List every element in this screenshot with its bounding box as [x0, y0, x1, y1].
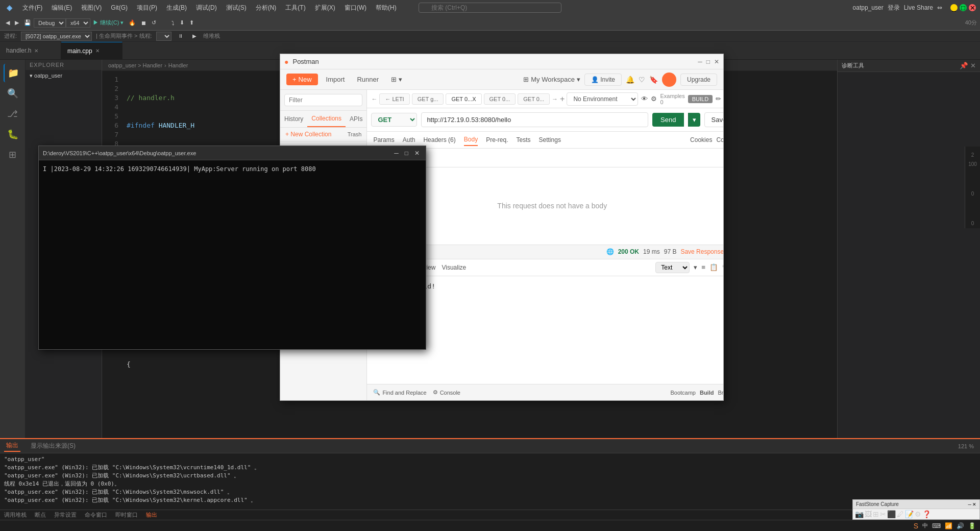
- add-tab-button[interactable]: +: [560, 94, 565, 104]
- resp-format-dropdown[interactable]: ▾: [694, 263, 697, 271]
- process-select[interactable]: [5072] oatpp_user.exe: [21, 32, 92, 41]
- exception-settings-label[interactable]: 异常设置: [54, 511, 77, 519]
- cookies-label[interactable]: Cookies: [690, 136, 712, 143]
- faststone-icon-6[interactable]: 🖊: [897, 510, 904, 518]
- debug-config-select[interactable]: Debug: [34, 18, 66, 28]
- user-avatar[interactable]: [662, 73, 676, 87]
- tab-handler-h[interactable]: handler.h ✕: [0, 42, 61, 60]
- postman-runner-button[interactable]: Runner: [353, 74, 383, 85]
- req-tab-leti[interactable]: ← LETI: [379, 93, 409, 105]
- bootcamp-label[interactable]: Bootcamp: [670, 390, 696, 396]
- postman-maximize-button[interactable]: □: [706, 58, 710, 65]
- console-minimize-button[interactable]: ─: [392, 150, 401, 157]
- postman-import-button[interactable]: Import: [322, 74, 349, 85]
- req-option-settings[interactable]: Settings: [539, 134, 561, 146]
- explorer-root[interactable]: ▾ oatpp_user: [26, 70, 102, 81]
- build-button[interactable]: BUILD: [688, 95, 713, 103]
- response-format-select[interactable]: Text JSON HTML: [655, 262, 690, 273]
- faststone-icon-2[interactable]: 🖼: [865, 510, 872, 518]
- menu-analyze[interactable]: 分析(N): [252, 3, 281, 13]
- req-option-prereq[interactable]: Pre-req.: [486, 134, 508, 146]
- continue-button[interactable]: ▶ 继续(C) ▾: [90, 18, 126, 28]
- req-option-body[interactable]: Body: [464, 134, 478, 146]
- arch-select[interactable]: x64: [66, 18, 90, 28]
- edit-icon-button[interactable]: ✏: [716, 95, 721, 103]
- menu-project[interactable]: 项目(P): [133, 3, 161, 13]
- send-button[interactable]: Send: [652, 113, 684, 127]
- diagnostics-pin-button[interactable]: 📌: [960, 62, 968, 69]
- restart-button[interactable]: ↺: [149, 18, 159, 27]
- lang-indicator[interactable]: 中: [922, 522, 928, 529]
- postman-close-button[interactable]: ✕: [714, 58, 719, 65]
- resp-search-button[interactable]: 🔍: [722, 263, 723, 271]
- live-share-label[interactable]: Live Share: [904, 4, 933, 11]
- postman-tab-history[interactable]: History: [280, 111, 307, 127]
- immediate-window-label[interactable]: 即时窗口: [115, 511, 138, 519]
- environment-select[interactable]: No Environment: [567, 92, 638, 106]
- command-window-label[interactable]: 命令窗口: [85, 511, 107, 519]
- req-option-auth[interactable]: Auth: [403, 134, 415, 146]
- console-maximize-button[interactable]: □: [403, 150, 410, 157]
- pause-thread-button[interactable]: ⏸: [176, 32, 186, 40]
- resp-copy-button[interactable]: 📋: [709, 263, 718, 271]
- invite-button[interactable]: 👤 Invite: [584, 74, 622, 86]
- bell-icon[interactable]: 🔔: [626, 76, 634, 84]
- search-input[interactable]: [419, 3, 561, 13]
- output-label[interactable]: 输出: [146, 511, 157, 519]
- faststone-icon-8[interactable]: ⚙: [915, 510, 921, 518]
- close-button[interactable]: ✕: [969, 4, 976, 11]
- console-close-button[interactable]: ✕: [412, 150, 422, 157]
- url-input[interactable]: [421, 112, 648, 127]
- faststone-icon-3[interactable]: ⊞: [873, 510, 879, 518]
- nav-back-button[interactable]: ◀: [3, 18, 12, 27]
- req-tab-get-0[interactable]: GET 0...: [484, 93, 516, 105]
- sidebar-item-files[interactable]: 📁: [4, 64, 22, 82]
- breakpoints-label[interactable]: 断点: [35, 511, 46, 519]
- faststone-icon-5[interactable]: ⬛: [887, 510, 896, 518]
- user-name[interactable]: oatpp_user: [853, 4, 884, 11]
- tab-output[interactable]: 输出: [4, 440, 20, 452]
- postman-minimize-button[interactable]: ─: [698, 58, 702, 65]
- postman-tab-apis[interactable]: APIs: [346, 111, 366, 127]
- req-option-params[interactable]: Params: [373, 134, 394, 146]
- heart-icon[interactable]: ♡: [639, 76, 645, 84]
- tab-main-cpp[interactable]: main.cpp ✕: [61, 42, 122, 60]
- req-tab-forward[interactable]: →: [552, 95, 558, 103]
- console-content[interactable]: I |2023-08-29 14:32:26 1693290746614939|…: [39, 160, 426, 349]
- menu-edit[interactable]: 编辑(E): [47, 3, 76, 13]
- sidebar-item-extensions[interactable]: ⊞: [4, 146, 22, 164]
- http-method-select[interactable]: GET POST PUT DELETE: [371, 113, 417, 127]
- sidebar-item-debug[interactable]: 🐛: [4, 125, 22, 143]
- close-tab-handler-h-icon[interactable]: ✕: [34, 48, 38, 54]
- menu-help[interactable]: 帮助(H): [372, 3, 401, 13]
- login-icon[interactable]: 登录: [888, 4, 900, 12]
- env-settings-button[interactable]: ⚙: [651, 95, 657, 103]
- env-view-button[interactable]: 👁: [641, 95, 648, 103]
- build-footer-label[interactable]: Build: [700, 390, 714, 396]
- postman-tab-collections[interactable]: Collections: [307, 111, 346, 127]
- req-option-headers[interactable]: Headers (6): [423, 134, 455, 146]
- menu-window[interactable]: 窗口(W): [340, 3, 371, 13]
- new-collection-button[interactable]: + New Collection: [285, 131, 331, 138]
- console-button[interactable]: ⚙ Console: [433, 389, 460, 396]
- resp-wrap-button[interactable]: ≡: [701, 263, 705, 271]
- req-option-tests[interactable]: Tests: [517, 134, 531, 146]
- menu-tools[interactable]: 工具(T): [281, 3, 309, 13]
- faststone-close-button[interactable]: ✕: [972, 502, 976, 507]
- find-replace-button[interactable]: 🔍 Find and Replace: [373, 389, 426, 396]
- resume-thread-button[interactable]: ▶: [190, 32, 199, 40]
- req-tab-back[interactable]: ←: [371, 95, 377, 103]
- stop-button[interactable]: ⏹: [138, 19, 149, 27]
- menu-build[interactable]: 生成(B): [162, 3, 191, 13]
- faststone-icon-9[interactable]: ❓: [922, 510, 931, 518]
- minimize-button[interactable]: _: [950, 4, 958, 11]
- tab-output-source[interactable]: 显示输出来源(S): [29, 441, 78, 451]
- sidebar-item-search[interactable]: 🔍: [4, 84, 22, 103]
- postman-filter-input[interactable]: [284, 94, 362, 106]
- maximize-button[interactable]: □: [960, 4, 967, 11]
- save-response-label[interactable]: Save Response: [680, 248, 723, 255]
- bookmark-icon[interactable]: 🔖: [649, 76, 658, 84]
- postman-new-button[interactable]: + New: [286, 74, 318, 85]
- diagnostics-close-button[interactable]: ✕: [970, 62, 976, 69]
- menu-git[interactable]: Git(G): [107, 3, 132, 12]
